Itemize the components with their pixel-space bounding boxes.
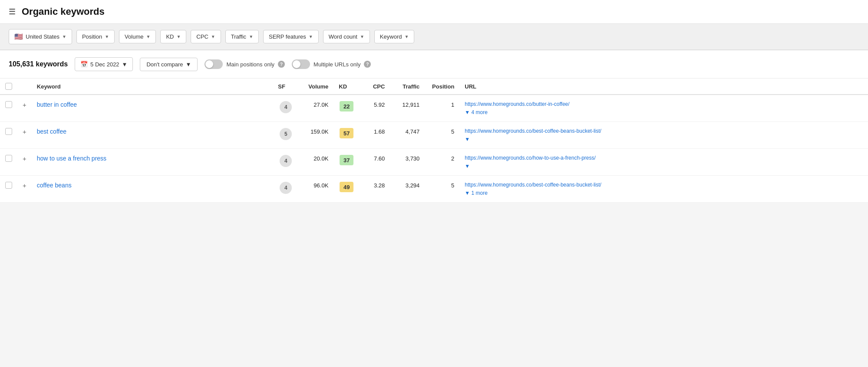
multiple-urls-toggle[interactable] <box>292 59 310 69</box>
select-all-checkbox[interactable] <box>5 83 12 90</box>
page-title: Organic keywords <box>22 6 105 17</box>
volume-value: 27.0K <box>314 102 328 108</box>
keyword-count: 105,631 keywords <box>9 60 68 68</box>
position-filter[interactable]: Position ▼ <box>76 30 115 43</box>
kd-badge: 57 <box>340 128 353 138</box>
add-keyword-button[interactable]: + <box>23 182 26 189</box>
more-urls-link[interactable]: ▼ 1 more <box>465 190 863 196</box>
volume-filter[interactable]: Volume ▼ <box>119 30 156 43</box>
content-area: 105,631 keywords 📅 5 Dec 2022 ▼ Don't co… <box>0 50 868 203</box>
add-keyword-button[interactable]: + <box>23 155 26 162</box>
chevron-down-icon: ▼ <box>176 34 181 39</box>
serp-filter[interactable]: SERP features ▼ <box>263 30 319 43</box>
date-label: 5 Dec 2022 <box>90 61 119 68</box>
main-positions-help-icon[interactable]: ? <box>278 61 285 68</box>
summary-bar: 105,631 keywords 📅 5 Dec 2022 ▼ Don't co… <box>0 50 868 79</box>
kd-badge: 37 <box>340 155 353 165</box>
keywords-table: Keyword SF Volume KD CPC Traffic Positio… <box>0 79 868 203</box>
kd-badge: 49 <box>340 182 353 192</box>
filter-bar: 🇺🇸 United States ▼ Position ▼ Volume ▼ K… <box>0 24 868 50</box>
more-urls-link[interactable]: ▼ <box>465 136 863 142</box>
main-positions-toggle[interactable] <box>205 59 223 69</box>
th-volume: Volume <box>299 79 333 95</box>
table-header-row: Keyword SF Volume KD CPC Traffic Positio… <box>0 79 868 95</box>
traffic-value: 12,911 <box>403 102 420 108</box>
position-filter-label: Position <box>82 33 102 40</box>
row-checkbox[interactable] <box>5 155 12 162</box>
kd-filter[interactable]: KD ▼ <box>160 30 186 43</box>
url-link[interactable]: https://www.homegrounds.co/butter-in-cof… <box>465 101 863 107</box>
chevron-down-icon: ▼ <box>211 34 215 39</box>
wordcount-filter[interactable]: Word count ▼ <box>323 30 370 43</box>
traffic-filter-label: Traffic <box>231 33 246 40</box>
traffic-value: 4,747 <box>406 128 420 135</box>
multiple-urls-toggle-group: Multiple URLs only ? <box>292 59 371 69</box>
chevron-down-icon: ▼ <box>186 61 191 68</box>
sf-badge: 4 <box>280 101 292 113</box>
keyword-link[interactable]: coffee beans <box>37 182 72 189</box>
position-value: 1 <box>451 102 454 108</box>
url-link[interactable]: https://www.homegrounds.co/best-coffee-b… <box>465 182 863 188</box>
more-urls-link[interactable]: ▼ <box>465 163 863 169</box>
compare-label: Don't compare <box>146 61 183 68</box>
keyword-filter-label: Keyword <box>380 33 402 40</box>
position-value: 5 <box>451 182 454 189</box>
chevron-down-icon: ▼ <box>105 34 109 39</box>
keyword-link[interactable]: how to use a french press <box>37 155 106 162</box>
chevron-down-icon: ▼ <box>404 34 409 39</box>
keyword-link[interactable]: best coffee <box>37 128 66 135</box>
th-checkbox <box>0 79 17 95</box>
add-keyword-button[interactable]: + <box>23 128 26 135</box>
table-row: +how to use a french press420.0K377.603,… <box>0 149 868 176</box>
url-cell: https://www.homegrounds.co/best-coffee-b… <box>465 128 863 142</box>
page-header: ☰ Organic keywords <box>0 0 868 24</box>
position-value: 2 <box>451 155 454 162</box>
keyword-link[interactable]: butter in coffee <box>37 101 77 108</box>
kd-filter-label: KD <box>166 33 174 40</box>
chevron-down-icon: ▼ <box>249 34 253 39</box>
more-urls-link[interactable]: ▼ 4 more <box>465 109 863 115</box>
chevron-down-icon: ▼ <box>309 34 313 39</box>
row-checkbox[interactable] <box>5 128 12 135</box>
cpc-value: 5.92 <box>374 102 385 108</box>
url-cell: https://www.homegrounds.co/how-to-use-a-… <box>465 155 863 169</box>
row-checkbox[interactable] <box>5 182 12 189</box>
multiple-urls-help-icon[interactable]: ? <box>364 61 371 68</box>
th-plus <box>17 79 32 95</box>
chevron-down-icon: ▼ <box>62 34 66 39</box>
table-row: +coffee beans496.0K493.283,2945 https://… <box>0 176 868 203</box>
main-positions-toggle-group: Main positions only ? <box>205 59 285 69</box>
traffic-value: 3,294 <box>406 182 420 189</box>
th-sf: SF <box>273 79 299 95</box>
compare-button[interactable]: Don't compare ▼ <box>140 58 198 71</box>
country-filter[interactable]: 🇺🇸 United States ▼ <box>9 29 72 44</box>
sf-badge: 4 <box>280 182 292 194</box>
date-picker-button[interactable]: 📅 5 Dec 2022 ▼ <box>75 57 133 71</box>
chevron-down-icon: ▼ <box>122 61 128 68</box>
serp-filter-label: SERP features <box>269 33 306 40</box>
flag-icon: 🇺🇸 <box>14 33 23 41</box>
th-keyword: Keyword <box>32 79 273 95</box>
th-kd: KD <box>333 79 360 95</box>
sf-badge: 5 <box>280 128 292 140</box>
cpc-filter[interactable]: CPC ▼ <box>191 30 221 43</box>
volume-value: 20.0K <box>314 155 328 162</box>
row-checkbox[interactable] <box>5 101 12 108</box>
volume-value: 159.0K <box>310 128 328 135</box>
th-url: URL <box>459 79 868 95</box>
volume-value: 96.0K <box>314 182 328 189</box>
th-traffic: Traffic <box>390 79 425 95</box>
sf-badge: 4 <box>280 155 292 167</box>
traffic-value: 3,730 <box>406 155 420 162</box>
table-row: +best coffee5159.0K571.684,7475 https://… <box>0 122 868 149</box>
hamburger-icon[interactable]: ☰ <box>9 7 16 16</box>
chevron-down-icon: ▼ <box>146 34 150 39</box>
country-filter-label: United States <box>26 33 59 40</box>
url-link[interactable]: https://www.homegrounds.co/how-to-use-a-… <box>465 155 863 161</box>
keyword-filter[interactable]: Keyword ▼ <box>374 30 414 43</box>
url-link[interactable]: https://www.homegrounds.co/best-coffee-b… <box>465 128 863 134</box>
traffic-filter[interactable]: Traffic ▼ <box>225 30 259 43</box>
add-keyword-button[interactable]: + <box>23 101 26 108</box>
calendar-icon: 📅 <box>80 61 88 68</box>
th-cpc: CPC <box>360 79 390 95</box>
